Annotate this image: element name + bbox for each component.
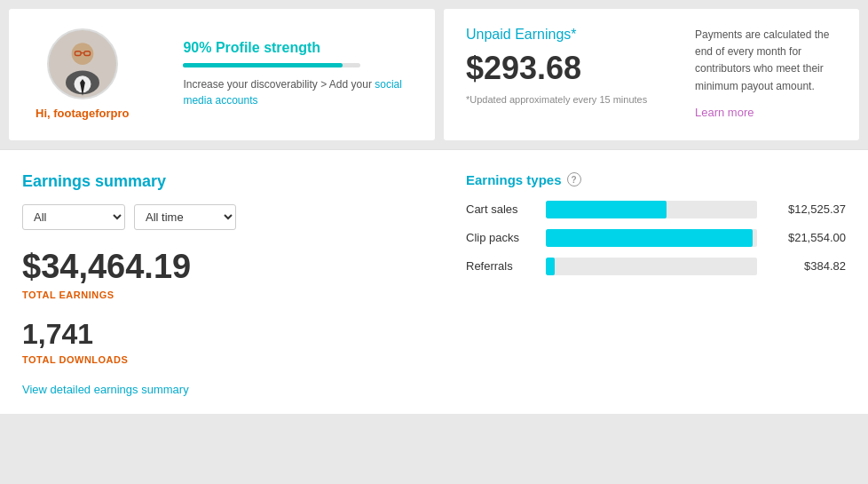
scope-filter[interactable]: All Photos Videos Illustrations — [22, 204, 125, 230]
earnings-left: Earnings summary All Photos Videos Illus… — [13, 172, 439, 396]
earnings-types-label: Earnings types — [466, 172, 562, 187]
earnings-summary-title: Earnings summary — [22, 172, 430, 191]
profile-hint: Increase your discoverability > Add your… — [183, 76, 408, 108]
unpaid-note: *Updated approximately every 15 minutes — [466, 94, 677, 105]
referrals-row: Referrals $384.82 — [466, 258, 846, 275]
time-filter[interactable]: All time Last month Last year — [134, 204, 236, 230]
unpaid-amount: $293.68 — [466, 50, 677, 87]
referrals-bar-bg — [546, 258, 757, 275]
referrals-label: Referrals — [466, 259, 537, 273]
profile-card: Hi, footageforpro 90% Profile strength I… — [9, 9, 435, 140]
earnings-types-title: Earnings types ? — [466, 172, 846, 187]
clip-packs-bar — [546, 229, 753, 247]
help-icon[interactable]: ? — [567, 172, 581, 186]
strength-bar-bg — [183, 63, 360, 67]
clip-packs-row: Clip packs $21,554.00 — [466, 229, 846, 247]
clip-packs-label: Clip packs — [466, 231, 537, 244]
cart-sales-bar-bg — [546, 201, 757, 218]
total-downloads-amount: 1,741 — [22, 318, 430, 351]
avatar — [47, 28, 118, 99]
unpaid-title: Unpaid Earnings* — [466, 27, 677, 43]
earnings-card: Unpaid Earnings* $293.68 *Updated approx… — [444, 9, 859, 140]
avatar-image — [49, 28, 116, 99]
cart-sales-amount: $12,525.37 — [766, 202, 846, 216]
unpaid-section: Unpaid Earnings* $293.68 *Updated approx… — [466, 27, 677, 105]
top-section: Hi, footageforpro 90% Profile strength I… — [0, 0, 868, 149]
total-earnings-label: TOTAL EARNINGS — [22, 290, 430, 300]
view-details-link[interactable]: View detailed earnings summary — [22, 383, 189, 396]
filter-row: All Photos Videos Illustrations All time… — [22, 204, 430, 230]
clip-packs-bar-bg — [546, 229, 757, 247]
clip-packs-amount: $21,554.00 — [766, 231, 846, 244]
payments-info: Payments are calculated the end of every… — [695, 27, 837, 123]
bottom-section: Earnings summary All Photos Videos Illus… — [0, 150, 868, 414]
strength-bar-fill — [183, 63, 343, 67]
payments-info-text: Payments are calculated the end of every… — [695, 28, 829, 92]
total-downloads-label: TOTAL DOWNLOADS — [22, 354, 430, 365]
cart-sales-row: Cart sales $12,525.37 — [466, 201, 846, 218]
learn-more-link[interactable]: Learn more — [695, 104, 837, 123]
hint-text: Increase your discoverability > Add your — [183, 78, 371, 91]
referrals-bar — [546, 258, 555, 275]
strength-label: 90% Profile strength — [183, 40, 408, 56]
referrals-amount: $384.82 — [766, 259, 846, 273]
cart-sales-bar — [546, 201, 667, 218]
total-earnings-amount: $34,464.19 — [22, 248, 430, 286]
avatar-wrapper: Hi, footageforpro — [36, 28, 129, 120]
cart-sales-label: Cart sales — [466, 202, 537, 216]
user-greeting: Hi, footageforpro — [36, 107, 129, 120]
earnings-right: Earnings types ? Cart sales $12,525.37 C… — [457, 172, 855, 396]
profile-strength-section: 90% Profile strength Increase your disco… — [183, 40, 408, 108]
